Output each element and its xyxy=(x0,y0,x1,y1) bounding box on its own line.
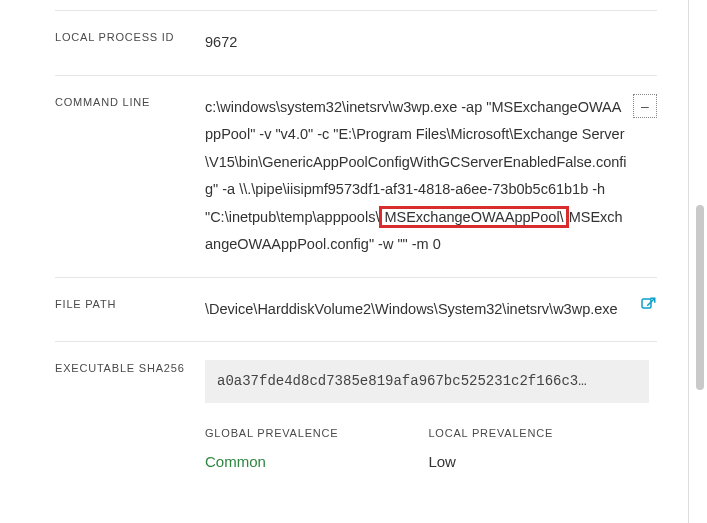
prevalence-section: GLOBAL PREVALENCE Common LOCAL PREVALENC… xyxy=(205,423,657,476)
row-command-line: COMMAND LINE c:\windows\system32\inetsrv… xyxy=(55,76,657,278)
label-sha256: EXECUTABLE SHA256 xyxy=(55,360,205,374)
value-command-line: c:\windows\system32\inetsrv\w3wp.exe -ap… xyxy=(205,94,657,259)
panel-border xyxy=(688,0,689,523)
sha256-value[interactable]: a0a37fde4d8cd7385e819afa967bc525231c2f16… xyxy=(205,360,649,403)
file-path-text: \Device\HarddiskVolume2\Windows\System32… xyxy=(205,301,618,317)
label-command-line: COMMAND LINE xyxy=(55,94,205,108)
global-prevalence-label: GLOBAL PREVALENCE xyxy=(205,423,338,444)
collapse-button[interactable]: – xyxy=(633,94,657,118)
global-prevalence-block: GLOBAL PREVALENCE Common xyxy=(205,423,338,476)
local-prevalence-label: LOCAL PREVALENCE xyxy=(428,423,553,444)
global-prevalence-value: Common xyxy=(205,448,338,477)
external-link-icon[interactable] xyxy=(639,296,657,314)
label-local-process-id: LOCAL PROCESS ID xyxy=(55,29,205,43)
cmd-highlight: MSExchangeOWAAppPool\ xyxy=(379,206,568,228)
row-file-path: FILE PATH \Device\HarddiskVolume2\Window… xyxy=(55,278,657,343)
value-sha256-wrap: a0a37fde4d8cd7385e819afa967bc525231c2f16… xyxy=(205,360,657,476)
details-panel: LOCAL PROCESS ID 9672 COMMAND LINE c:\wi… xyxy=(0,10,707,494)
row-local-process-id: LOCAL PROCESS ID 9672 xyxy=(55,10,657,76)
minus-icon: – xyxy=(641,99,649,113)
local-prevalence-block: LOCAL PREVALENCE Low xyxy=(428,423,553,476)
row-sha256: EXECUTABLE SHA256 a0a37fde4d8cd7385e819a… xyxy=(55,342,657,494)
value-file-path: \Device\HarddiskVolume2\Windows\System32… xyxy=(205,296,657,324)
scrollbar-thumb[interactable] xyxy=(696,205,704,390)
local-prevalence-value: Low xyxy=(428,448,553,477)
value-local-process-id: 9672 xyxy=(205,29,657,57)
label-file-path: FILE PATH xyxy=(55,296,205,310)
